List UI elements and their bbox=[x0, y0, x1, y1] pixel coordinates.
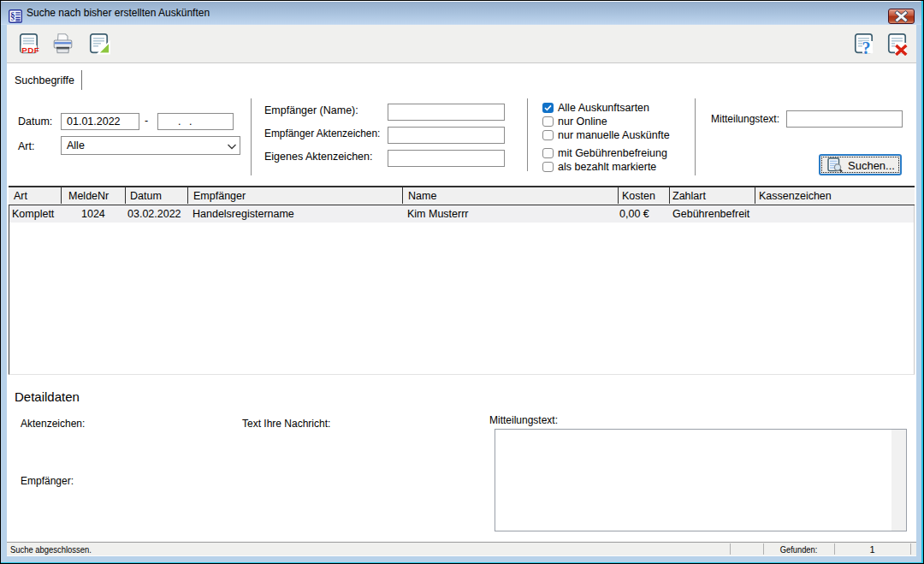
svg-text:§: § bbox=[10, 11, 15, 21]
svg-text:?: ? bbox=[862, 39, 871, 56]
svg-text:PDF: PDF bbox=[21, 45, 39, 55]
